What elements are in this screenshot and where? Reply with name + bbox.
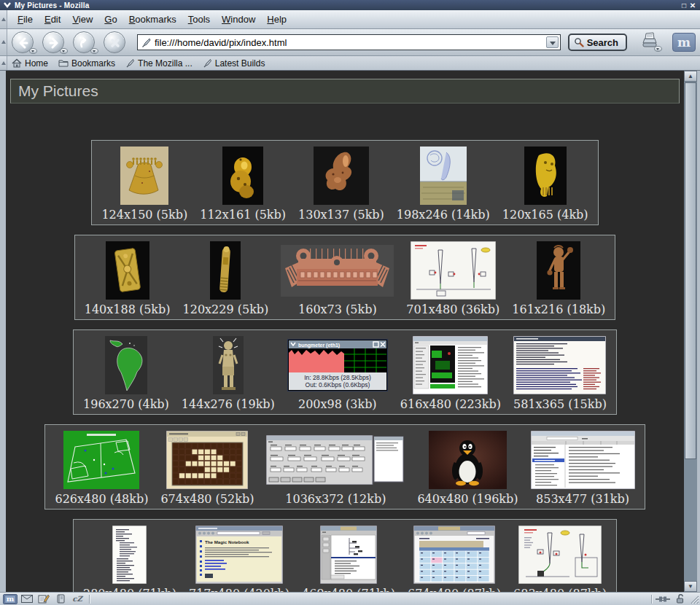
forward-arrow-icon bbox=[47, 36, 61, 50]
gallery-item: 198x246 (14kb) bbox=[397, 146, 490, 223]
thumbnail-shot-tree[interactable] bbox=[320, 525, 377, 585]
personal-toolbar-item-bookmarks[interactable]: Bookmarks bbox=[58, 58, 115, 69]
thumbnail-caption: 469x480 (71kb) bbox=[302, 585, 395, 592]
toolbar-grippy[interactable] bbox=[0, 10, 7, 28]
menu-bookmarks[interactable]: Bookmarks bbox=[123, 12, 182, 27]
thumbnail-form-gray[interactable] bbox=[266, 430, 405, 490]
menu-view[interactable]: View bbox=[66, 12, 98, 27]
thumbnail-calendar-blue[interactable] bbox=[413, 525, 495, 585]
toolbar-grippy[interactable] bbox=[0, 29, 7, 55]
thumbnail-gold-figure-dark[interactable] bbox=[222, 146, 263, 206]
toolbar-grippy[interactable] bbox=[0, 56, 7, 70]
stop-button[interactable] bbox=[104, 31, 125, 53]
thumbnail-caption: 130x137 (5kb) bbox=[298, 206, 384, 223]
menu-edit[interactable]: Edit bbox=[39, 12, 66, 27]
reload-icon bbox=[78, 36, 91, 50]
gallery-item: 674x480 (52kb) bbox=[160, 430, 254, 507]
gallery-item: 640x480 (196kb) bbox=[417, 430, 518, 507]
thumbnail-caption: 683x480 (87kb) bbox=[513, 585, 607, 592]
resize-grip[interactable] bbox=[689, 594, 699, 604]
scroll-down-button[interactable]: ▼ bbox=[684, 581, 697, 592]
gallery-item: 140x188 (5kb) bbox=[85, 241, 171, 318]
thumbnail-caption: 616x480 (223kb) bbox=[400, 395, 501, 413]
reload-dropdown[interactable] bbox=[90, 48, 98, 54]
component-navigator[interactable]: m bbox=[3, 594, 18, 604]
menu-go[interactable]: Go bbox=[98, 12, 122, 27]
reload-button[interactable] bbox=[73, 31, 95, 53]
menu-tools[interactable]: Tools bbox=[182, 12, 216, 27]
quill-icon bbox=[141, 37, 152, 48]
thumbnail-copper-figure[interactable] bbox=[314, 146, 369, 206]
thumbnail-diagram-white2[interactable] bbox=[518, 525, 602, 585]
thumbnail-caption: 198x246 (14kb) bbox=[397, 206, 490, 223]
thumbnail-map-green[interactable] bbox=[105, 335, 147, 395]
component-address-book[interactable] bbox=[53, 594, 68, 604]
status-bar: mcZ bbox=[0, 592, 700, 605]
thumbnail-magic-notebook[interactable]: The Magic Notebook bbox=[195, 525, 283, 585]
quill-icon bbox=[203, 58, 212, 68]
personal-toolbar-item-home[interactable]: Home bbox=[12, 58, 48, 69]
thumbnail-doc-narrow[interactable] bbox=[112, 525, 147, 585]
back-button[interactable] bbox=[12, 31, 34, 53]
svg-text:The Magic Notebook: The Magic Notebook bbox=[205, 539, 249, 544]
thumbnail-crossword[interactable] bbox=[166, 430, 248, 490]
forward-button[interactable] bbox=[42, 31, 64, 53]
thumbnail-field-green[interactable] bbox=[63, 430, 139, 490]
maximize-button[interactable]: □ bbox=[680, 1, 688, 9]
home-icon bbox=[12, 58, 22, 68]
url-text[interactable]: file:///home/david/pix/index.html bbox=[155, 37, 546, 48]
search-button[interactable]: Search bbox=[568, 34, 627, 51]
thumbnail-shot-terminal[interactable] bbox=[513, 335, 606, 395]
forward-dropdown[interactable] bbox=[60, 48, 68, 54]
security-indicator[interactable] bbox=[672, 594, 689, 604]
component-mail[interactable] bbox=[20, 594, 34, 604]
address-book-icon bbox=[56, 594, 66, 604]
vertical-scrollbar[interactable]: ▲ ▼ bbox=[684, 71, 697, 592]
gallery-row-2: 140x188 (5kb) 120x229 (5kb) 160x73 (5kb)… bbox=[74, 235, 616, 320]
url-dropdown-button[interactable] bbox=[546, 36, 559, 48]
thumbnail-bungmeter[interactable]: bungmeter (eth1) In: 28.8Kbps (28.5Kbps)… bbox=[287, 335, 388, 395]
thumbnail-gold-plaque[interactable] bbox=[106, 241, 149, 300]
close-button[interactable]: ✕ bbox=[688, 1, 697, 9]
menu-window[interactable]: Window bbox=[216, 12, 261, 27]
personal-toolbar-item-label: The Mozilla ... bbox=[138, 58, 192, 69]
menu-help[interactable]: Help bbox=[261, 12, 292, 27]
thumbnail-caption: 200x98 (3kb) bbox=[298, 395, 377, 413]
personal-toolbar-item-latest-builds[interactable]: Latest Builds bbox=[203, 58, 265, 69]
thumbnail-statue-tan[interactable] bbox=[213, 335, 244, 395]
thumbnail-gold-strip[interactable] bbox=[210, 241, 241, 300]
thumbnail-tux[interactable] bbox=[429, 430, 507, 490]
thumbnail-gold-bell[interactable] bbox=[120, 146, 168, 206]
statusbar-separator bbox=[651, 595, 653, 604]
gallery-item: bungmeter (eth1) In: 28.8Kbps (28.5Kbps)… bbox=[287, 335, 388, 413]
svg-text:In: 28.8Kbps (28.5Kbps): In: 28.8Kbps (28.5Kbps) bbox=[304, 374, 371, 381]
mozilla-logo[interactable]: m bbox=[672, 33, 696, 52]
thumbnail-gold-mask[interactable] bbox=[524, 146, 567, 206]
thumbnail-shot-filemanager[interactable] bbox=[413, 335, 488, 395]
chevron-down-icon[interactable] bbox=[3, 1, 12, 9]
print-dropdown[interactable] bbox=[654, 46, 662, 52]
thumbnail-diagram-white[interactable] bbox=[411, 241, 496, 300]
scroll-up-button[interactable]: ▲ bbox=[684, 71, 697, 82]
gallery-item: 616x480 (223kb) bbox=[400, 335, 501, 413]
security-lock-icon bbox=[675, 594, 685, 604]
thumbnail-clay-figure[interactable] bbox=[537, 241, 580, 300]
picture-gallery: 124x150 (5kb) 112x161 (5kb) 130x137 (5kb… bbox=[6, 140, 684, 592]
gallery-item: 1036x372 (12kb) bbox=[266, 430, 405, 507]
component-composer[interactable] bbox=[36, 594, 51, 604]
thumbnail-shot-list[interactable] bbox=[531, 430, 635, 490]
scrollbar-thumb[interactable] bbox=[685, 82, 696, 459]
back-dropdown[interactable] bbox=[29, 48, 37, 54]
print-button[interactable] bbox=[637, 31, 664, 53]
personal-toolbar-item-the-mozilla[interactable]: The Mozilla ... bbox=[125, 58, 192, 69]
thumbnail-copper-comb[interactable] bbox=[281, 241, 394, 300]
thumbnail-painting-light[interactable] bbox=[420, 146, 467, 206]
component-chatzilla[interactable]: cZ bbox=[70, 594, 85, 604]
window-title: My Pictures - Mozilla bbox=[15, 1, 90, 9]
personal-toolbar-item-label: Bookmarks bbox=[71, 58, 115, 69]
navigation-toolbar-inner: file:///home/david/pix/index.html Search… bbox=[7, 29, 700, 55]
menu-file[interactable]: File bbox=[12, 12, 39, 27]
url-bar[interactable]: file:///home/david/pix/index.html bbox=[137, 34, 561, 50]
magnifier-icon bbox=[574, 37, 584, 47]
online-status-indicator[interactable] bbox=[654, 594, 672, 604]
